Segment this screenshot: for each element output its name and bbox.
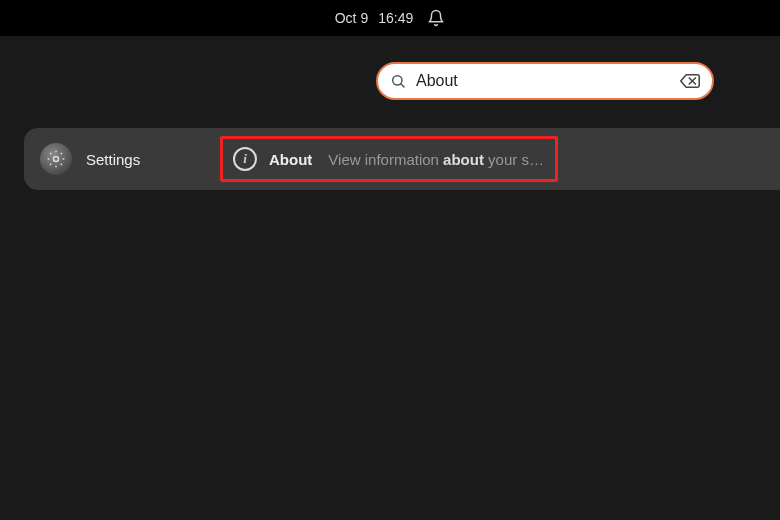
search-icon bbox=[390, 73, 406, 89]
result-description: View information about your syst… bbox=[328, 151, 545, 168]
time-label: 16:49 bbox=[378, 10, 413, 26]
search-input[interactable] bbox=[416, 72, 670, 90]
top-bar: Oct 9 16:49 bbox=[0, 0, 780, 36]
notification-bell-icon[interactable] bbox=[427, 9, 445, 27]
clear-search-icon[interactable] bbox=[680, 73, 700, 89]
search-box[interactable] bbox=[376, 62, 714, 100]
settings-app-label[interactable]: Settings bbox=[86, 151, 140, 168]
result-title: About bbox=[269, 151, 312, 168]
svg-line-1 bbox=[401, 84, 404, 87]
info-icon: i bbox=[233, 147, 257, 171]
search-area bbox=[0, 36, 780, 100]
settings-app-icon[interactable] bbox=[40, 143, 72, 175]
svg-point-4 bbox=[54, 157, 59, 162]
datetime[interactable]: Oct 9 16:49 bbox=[335, 10, 414, 26]
date-label: Oct 9 bbox=[335, 10, 368, 26]
search-result-about[interactable]: i About View information about your syst… bbox=[220, 136, 558, 182]
search-results-panel: Settings i About View information about … bbox=[24, 128, 780, 190]
